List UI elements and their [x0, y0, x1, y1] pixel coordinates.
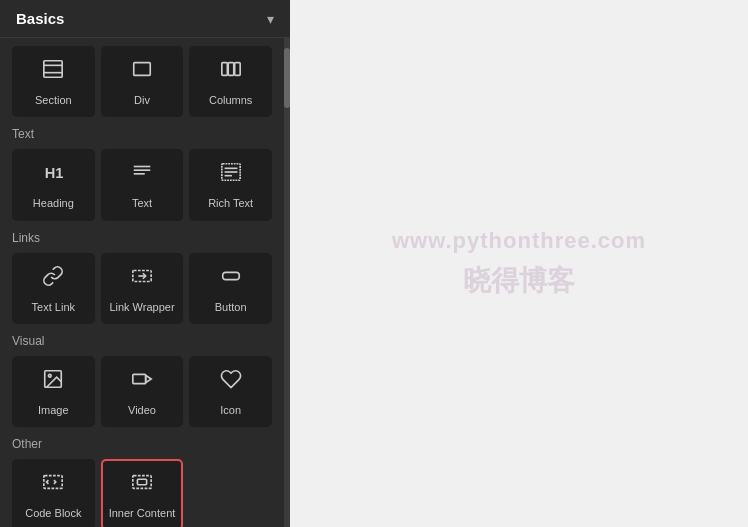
- image-label: Image: [38, 403, 69, 417]
- svg-marker-20: [146, 375, 152, 382]
- other-section-label: Other: [12, 437, 272, 451]
- sidebar: Basics ▾ Section: [0, 0, 290, 527]
- icon-label: Icon: [220, 403, 241, 417]
- svg-rect-23: [137, 479, 146, 485]
- svg-rect-22: [133, 476, 151, 489]
- svg-rect-0: [44, 61, 62, 78]
- watermark: www.pythonthree.com 晓得博客: [392, 228, 646, 300]
- visual-section-label: Visual: [12, 334, 272, 348]
- basics-grid: Section Div: [12, 46, 272, 117]
- textlink-label: Text Link: [32, 300, 75, 314]
- icon-icon: [220, 368, 242, 399]
- codeblock-icon: [42, 471, 64, 502]
- sidebar-item-columns[interactable]: Columns: [189, 46, 272, 117]
- sidebar-item-image[interactable]: Image: [12, 356, 95, 427]
- svg-rect-6: [234, 63, 240, 76]
- sidebar-scroll: Section Div: [0, 38, 284, 527]
- columns-icon: [220, 58, 242, 89]
- video-label: Video: [128, 403, 156, 417]
- div-icon: [131, 58, 153, 89]
- sidebar-header: Basics ▾: [0, 0, 290, 38]
- button-label: Button: [215, 300, 247, 314]
- main-canvas: www.pythonthree.com 晓得博客: [290, 0, 748, 527]
- svg-point-18: [49, 374, 52, 377]
- visual-grid: Image Video: [12, 356, 272, 427]
- sidebar-item-text[interactable]: Text: [101, 149, 184, 220]
- richtext-label: Rich Text: [208, 196, 253, 210]
- links-grid: Text Link Link Wrapper: [12, 253, 272, 324]
- section-icon: [42, 58, 64, 89]
- text-grid: H1 Heading Text: [12, 149, 272, 220]
- sidebar-item-icon[interactable]: Icon: [189, 356, 272, 427]
- div-label: Div: [134, 93, 150, 107]
- button-icon: [220, 265, 242, 296]
- video-icon: [131, 368, 153, 399]
- textlink-icon: [42, 265, 64, 296]
- watermark-zh: 晓得博客: [392, 262, 646, 300]
- text-section-label: Text: [12, 127, 272, 141]
- svg-rect-3: [134, 63, 151, 76]
- watermark-url: www.pythonthree.com: [392, 228, 646, 254]
- sidebar-title: Basics: [16, 10, 64, 27]
- columns-label: Columns: [209, 93, 252, 107]
- innercontent-icon: [131, 471, 153, 502]
- sidebar-item-video[interactable]: Video: [101, 356, 184, 427]
- svg-rect-16: [222, 272, 239, 279]
- heading-label: Heading: [33, 196, 74, 210]
- heading-icon: H1: [42, 161, 64, 192]
- svg-rect-5: [228, 63, 234, 76]
- sidebar-item-section[interactable]: Section: [12, 46, 95, 117]
- other-grid: Code Block Inner Content: [12, 459, 272, 527]
- codeblock-label: Code Block: [25, 506, 81, 520]
- svg-text:H1: H1: [45, 165, 64, 181]
- sidebar-item-textlink[interactable]: Text Link: [12, 253, 95, 324]
- text-label: Text: [132, 196, 152, 210]
- sidebar-item-button[interactable]: Button: [189, 253, 272, 324]
- links-section-label: Links: [12, 231, 272, 245]
- sidebar-item-div[interactable]: Div: [101, 46, 184, 117]
- svg-rect-19: [133, 374, 146, 383]
- sidebar-item-linkwrapper[interactable]: Link Wrapper: [101, 253, 184, 324]
- sidebar-item-codeblock[interactable]: Code Block: [12, 459, 95, 527]
- chevron-down-icon: ▾: [267, 11, 274, 27]
- sidebar-item-heading[interactable]: H1 Heading: [12, 149, 95, 220]
- innercontent-label: Inner Content: [109, 506, 176, 520]
- linkwrapper-icon: [131, 265, 153, 296]
- linkwrapper-label: Link Wrapper: [109, 300, 174, 314]
- svg-rect-4: [221, 63, 227, 76]
- text-icon: [131, 161, 153, 192]
- sidebar-item-innercontent[interactable]: Inner Content: [101, 459, 184, 527]
- image-icon: [42, 368, 64, 399]
- richtext-icon: [220, 161, 242, 192]
- sidebar-item-richtext[interactable]: Rich Text: [189, 149, 272, 220]
- section-label: Section: [35, 93, 72, 107]
